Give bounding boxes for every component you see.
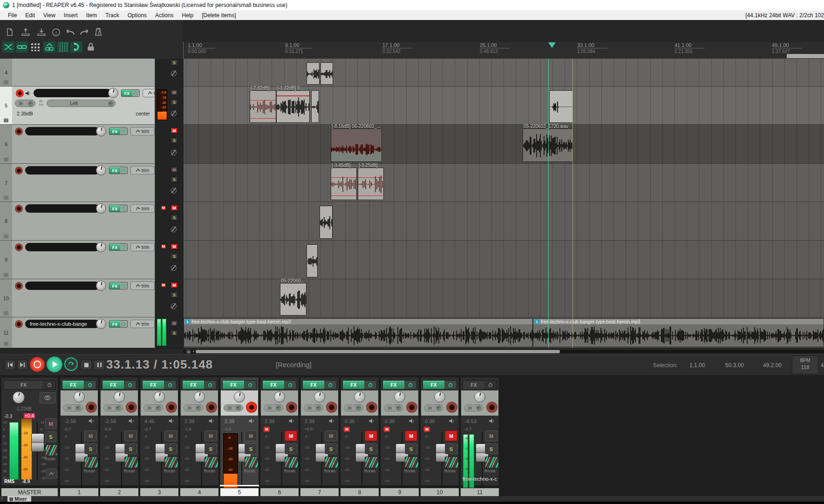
fx-bypass-icon[interactable] (120, 167, 127, 174)
channel-route-button[interactable] (84, 457, 98, 468)
media-item[interactable]: [-3.25dB] ... (358, 168, 384, 200)
track-name-input[interactable]: free-techno-x-club-bange (25, 320, 100, 328)
channel-pan-knob[interactable] (234, 391, 245, 403)
track-fx-button[interactable]: FX (109, 167, 128, 174)
save-project-icon[interactable] (34, 26, 48, 39)
media-item[interactable] (549, 90, 573, 123)
record-arm-button[interactable] (366, 402, 377, 413)
media-item-mp3[interactable]: 1free-techno-x-club-banger-type-beat-her… (533, 318, 824, 347)
channel-number-label[interactable]: 8 (340, 488, 379, 497)
monitor-speaker-icon[interactable] (128, 418, 135, 424)
track-volume-knob[interactable] (96, 203, 106, 214)
channel-fx-button[interactable]: FX (342, 380, 377, 390)
media-item[interactable] (306, 244, 318, 277)
fx-bypass-icon[interactable] (164, 381, 176, 389)
track-fx-button[interactable]: FX (109, 205, 128, 212)
folder-icon[interactable] (4, 343, 8, 346)
channel-fx-button[interactable]: FX (382, 380, 417, 390)
master-route-button[interactable] (45, 444, 57, 456)
lock-icon[interactable] (84, 41, 97, 53)
channel-route-button[interactable] (325, 457, 339, 468)
channel-number-label[interactable]: 4 (180, 488, 219, 497)
fx-bypass-icon[interactable] (364, 381, 376, 389)
mixer-strip-1[interactable]: FXin-2.56-0.7-6-18-30-42-54MSRoute1 (60, 377, 99, 496)
menu-edit[interactable]: Edit (21, 11, 39, 20)
channel-pan-knob[interactable] (114, 391, 125, 403)
mute-button[interactable]: M (170, 243, 178, 249)
channel-gain-value[interactable]: 2.39 (225, 418, 234, 424)
track-env-trim-button[interactable]: trim (130, 282, 155, 290)
channel-mute-button[interactable]: M (124, 430, 137, 441)
channel-solo-button[interactable]: S (204, 444, 217, 454)
track-volume-knob[interactable] (96, 281, 106, 291)
go-to-end-button[interactable] (17, 360, 28, 370)
project-info-icon[interactable]: i (49, 26, 63, 39)
media-item[interactable]: [-7.82dB] ... (250, 90, 276, 123)
fx-bypass-icon[interactable] (84, 381, 96, 389)
solo-button[interactable]: S (170, 330, 178, 336)
mute-button[interactable]: M (170, 205, 178, 211)
bpm-box[interactable]: BPM 118 (792, 356, 818, 374)
track-name-input[interactable] (34, 89, 112, 97)
media-item-mp3[interactable]: 1free-techno-x-club-banger-type-beat-her… (184, 318, 533, 347)
channel-route-button[interactable] (365, 457, 379, 468)
channel-route-button[interactable] (285, 457, 299, 468)
channel-mute-button[interactable]: M (485, 430, 497, 441)
channel-solo-button[interactable]: S (245, 444, 257, 454)
record-arm-button[interactable] (86, 402, 97, 413)
channel-gain-value[interactable]: 2.39 (305, 418, 314, 424)
folder-icon[interactable] (4, 312, 8, 315)
channel-solo-button[interactable]: S (405, 444, 417, 454)
channel-fx-button[interactable]: FX (302, 380, 337, 390)
scrollbar-thumb[interactable] (196, 350, 560, 353)
track-panel-11[interactable]: 11free-techno-x-club-bangeFXtrim (0, 317, 155, 348)
media-item[interactable] (320, 206, 333, 239)
menu-view[interactable]: View (39, 11, 60, 20)
channel-mute-button[interactable]: M (365, 430, 377, 441)
channel-solo-button[interactable]: S (325, 444, 337, 454)
solo-button[interactable]: S (170, 176, 178, 182)
track-volume-knob[interactable] (96, 242, 106, 252)
edit-cursor[interactable] (572, 59, 573, 348)
fx-bypass-icon[interactable] (284, 381, 296, 389)
record-arm-button[interactable] (326, 402, 337, 413)
channel-gain-value[interactable]: 0.36 (345, 418, 354, 424)
record-arm-button[interactable] (16, 89, 24, 97)
track-panel-6[interactable]: 6FXtrim (0, 125, 155, 164)
menu-help[interactable]: Help (177, 11, 197, 20)
channel-solo-button[interactable]: S (445, 444, 457, 454)
channel-mute-button[interactable]: M (325, 430, 337, 441)
track-volume-knob[interactable] (96, 165, 106, 175)
record-arm-button[interactable] (246, 402, 257, 413)
channel-gain-value[interactable]: -2.56 (64, 418, 76, 424)
channel-fx-button[interactable]: FX (463, 380, 497, 390)
channel-input-dropdown[interactable]: in (384, 404, 403, 411)
channel-input-dropdown[interactable]: in (304, 404, 323, 411)
channel-number-label[interactable]: 11 (460, 488, 499, 497)
fx-bypass-icon[interactable] (324, 381, 336, 389)
track-fx-button[interactable]: FX (109, 128, 128, 135)
mixer-tab[interactable]: ⊠Mixer (7, 496, 32, 502)
menu-deleteitems[interactable]: [Delete items] (197, 11, 240, 20)
record-arm-button[interactable] (446, 402, 457, 413)
monitor-speaker-icon[interactable] (368, 418, 375, 424)
channel-solo-button[interactable]: S (285, 444, 297, 454)
record-monitor-icon[interactable] (25, 90, 31, 96)
folder-icon[interactable] (4, 81, 8, 84)
media-item[interactable]: [-3.45dB]... (331, 168, 357, 200)
channel-pan-knob[interactable] (194, 391, 205, 403)
repeat-button[interactable] (64, 357, 78, 371)
channel-mute-button[interactable]: M (164, 430, 177, 441)
media-item[interactable] (311, 90, 319, 123)
mixer-strip-7[interactable]: FXin2.39+0.0-6-18-30-42-54MSRoute7 (300, 377, 339, 496)
channel-gain-value[interactable]: -8.53 (465, 418, 477, 424)
track-fx-button[interactable]: FX (109, 282, 128, 289)
fx-bypass-icon[interactable] (132, 90, 139, 96)
channel-solo-button[interactable]: S (124, 444, 137, 454)
selection-start[interactable]: 1.1.00 (689, 362, 705, 369)
auto-crossfade-icon[interactable] (2, 41, 15, 53)
folder-icon[interactable] (4, 158, 8, 161)
channel-mute-button[interactable]: M (204, 430, 217, 441)
channel-input-dropdown[interactable]: in (424, 404, 443, 411)
record-arm-button[interactable] (15, 128, 23, 135)
